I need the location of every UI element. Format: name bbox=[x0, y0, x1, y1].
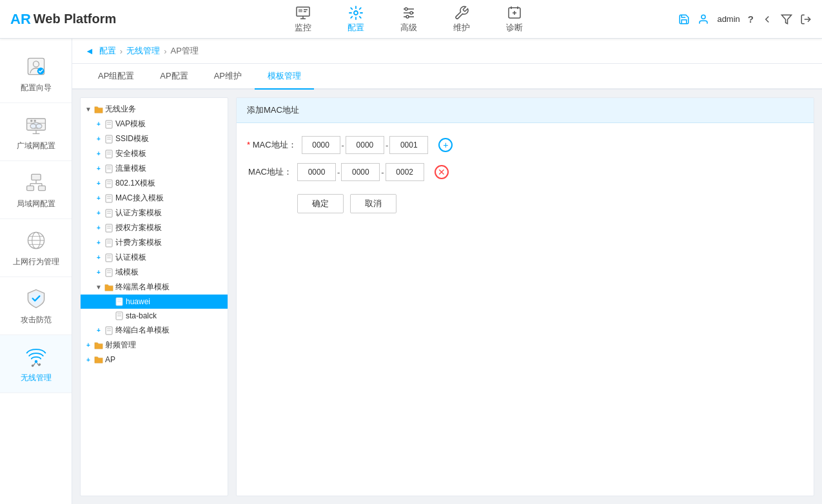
svg-rect-27 bbox=[31, 174, 40, 180]
file-icon-authn bbox=[104, 253, 114, 263]
tree-toggle-radio[interactable]: + bbox=[83, 340, 93, 351]
folder-icon-ap bbox=[93, 354, 104, 365]
tab-ap-maintain[interactable]: AP维护 bbox=[201, 64, 255, 90]
mac2-field1[interactable] bbox=[297, 163, 336, 181]
breadcrumb: ◄ 配置 › 无线管理 › AP管理 bbox=[72, 39, 822, 64]
tab-ap-group-config[interactable]: AP组配置 bbox=[85, 64, 147, 90]
tree-label-huawei: huawei bbox=[126, 297, 150, 306]
tree-toggle-security[interactable]: + bbox=[93, 149, 104, 159]
tree-toggle-billing[interactable]: + bbox=[93, 238, 104, 248]
tab-ap-config[interactable]: AP配置 bbox=[147, 64, 201, 90]
file-icon-auth-policy bbox=[104, 223, 114, 233]
nav-tab-monitor[interactable]: 监控 bbox=[289, 3, 317, 36]
tree-node-auth-scheme-template[interactable]: + 认证方案模板 bbox=[81, 206, 228, 220]
svg-point-25 bbox=[30, 124, 36, 128]
tree-toggle-sta-balck bbox=[104, 311, 114, 321]
tree-node-ap[interactable]: + AP bbox=[81, 353, 228, 367]
nav-tab-diagnose[interactable]: 诊断 bbox=[501, 3, 528, 36]
file-icon-auth-scheme bbox=[104, 208, 114, 218]
save-icon[interactable] bbox=[678, 14, 690, 25]
tree-node-traffic-template[interactable]: + 流量模板 bbox=[81, 161, 228, 176]
mac1-input-group: - - bbox=[302, 136, 429, 154]
tree-toggle-terminal-blacklist[interactable]: ▼ bbox=[93, 282, 104, 293]
tab-template-mgmt[interactable]: 模板管理 bbox=[255, 64, 314, 90]
sidebar-item-wireless-mgmt[interactable]: 无线管理 bbox=[0, 335, 72, 393]
breadcrumb-config[interactable]: 配置 bbox=[99, 45, 116, 57]
mac-row-2: MAC地址： - - ✕ bbox=[247, 163, 803, 181]
tree-label-vap: VAP模板 bbox=[115, 119, 146, 130]
tree-node-wireless-service[interactable]: ▼ 无线业务 bbox=[81, 102, 228, 117]
logo-title: Web Platform bbox=[34, 12, 117, 26]
nav-tab-config[interactable]: 配置 bbox=[342, 3, 369, 36]
tree-node-ssid-template[interactable]: + SSID模板 bbox=[81, 131, 228, 146]
nav-tab-config-label: 配置 bbox=[347, 22, 364, 34]
filter-icon[interactable] bbox=[781, 14, 792, 25]
tree-node-terminal-blacklist-template[interactable]: ▼ 终端黑名单模板 bbox=[81, 280, 228, 295]
content-area: ◄ 配置 › 无线管理 › AP管理 AP组配置 AP配置 AP维护 模板管理 … bbox=[72, 39, 822, 504]
mac-row-1: MAC地址： - - + bbox=[247, 136, 803, 154]
mac2-field2[interactable] bbox=[341, 163, 380, 181]
tree-node-auth-policy-template[interactable]: + 授权方案模板 bbox=[81, 220, 228, 235]
tree-toggle-mac-access[interactable]: + bbox=[93, 193, 104, 204]
cancel-button[interactable]: 取消 bbox=[350, 194, 396, 213]
sidebar-item-wireless-mgmt-label: 无线管理 bbox=[21, 373, 52, 383]
tree-label-ssid: SSID模板 bbox=[115, 133, 149, 144]
tree-toggle-auth-policy[interactable]: + bbox=[93, 223, 104, 233]
folder-icon-radio bbox=[93, 340, 104, 351]
tree-label-wireless-service: 无线业务 bbox=[105, 104, 136, 115]
delete-mac-button[interactable]: ✕ bbox=[435, 165, 449, 179]
tree-toggle-wireless-service[interactable]: ▼ bbox=[83, 104, 93, 115]
sidebar-item-internet-behavior[interactable]: 上网行为管理 bbox=[0, 219, 72, 277]
tree-node-billing-template[interactable]: + 计费方案模板 bbox=[81, 235, 228, 250]
tree-node-mac-access-template[interactable]: + MAC接入模板 bbox=[81, 191, 228, 206]
nav-tab-monitor-label: 监控 bbox=[295, 22, 311, 34]
nav-tab-advanced[interactable]: 高级 bbox=[395, 3, 422, 36]
back-icon[interactable] bbox=[761, 14, 773, 25]
tree-node-radio-mgmt[interactable]: + 射频管理 bbox=[81, 338, 228, 353]
sidebar-item-config-guide[interactable]: 配置向导 bbox=[0, 45, 72, 103]
tree-toggle-ap[interactable]: + bbox=[83, 354, 93, 365]
wireless-mgmt-icon bbox=[24, 344, 48, 369]
user-icon[interactable] bbox=[698, 14, 709, 25]
sidebar-item-lan-config[interactable]: 局域网配置 bbox=[0, 161, 72, 219]
tree-toggle-huawei bbox=[104, 296, 114, 307]
sidebar-item-wan-config[interactable]: 广域网配置 bbox=[0, 103, 72, 161]
sidebar-item-attack-defense[interactable]: 攻击防范 bbox=[0, 277, 72, 335]
nav-tab-maintain[interactable]: 维护 bbox=[448, 3, 475, 36]
tree-toggle-authn[interactable]: + bbox=[93, 253, 104, 263]
tree-label-radio-mgmt: 射频管理 bbox=[105, 340, 136, 351]
tree-toggle-traffic[interactable]: + bbox=[93, 164, 104, 174]
mac1-field1[interactable] bbox=[302, 136, 340, 154]
tree-node-terminal-whitelist-template[interactable]: + 终端白名单模板 bbox=[81, 323, 228, 338]
folder-icon bbox=[93, 104, 104, 115]
tree-toggle-vap[interactable]: + bbox=[93, 119, 104, 130]
tree-label-sta-balck: sta-balck bbox=[126, 311, 157, 320]
tree-toggle-domain[interactable]: + bbox=[93, 267, 104, 278]
svg-point-9 bbox=[410, 12, 413, 14]
tree-node-domain-template[interactable]: + 域模板 bbox=[81, 265, 228, 280]
file-icon-mac-access bbox=[104, 193, 114, 204]
tree-label-security: 安全模板 bbox=[115, 148, 146, 159]
add-mac-button[interactable]: + bbox=[438, 138, 453, 152]
file-icon-sta-balck bbox=[114, 311, 124, 321]
mac1-field2[interactable] bbox=[346, 136, 384, 154]
tree-node-authn-template[interactable]: + 认证模板 bbox=[81, 250, 228, 265]
tree-toggle-terminal-whitelist[interactable]: + bbox=[93, 325, 104, 336]
tree-node-huawei[interactable]: huawei bbox=[81, 295, 228, 309]
tree-toggle-auth-scheme[interactable]: + bbox=[93, 208, 104, 218]
mac2-field3[interactable] bbox=[386, 163, 424, 181]
top-nav: AR Web Platform 监控 配置 bbox=[0, 0, 822, 39]
logout-icon[interactable] bbox=[800, 14, 812, 25]
tree-node-sta-balck[interactable]: sta-balck bbox=[81, 309, 228, 323]
confirm-button[interactable]: 确定 bbox=[297, 194, 344, 213]
tree-toggle-ssid[interactable]: + bbox=[93, 134, 104, 144]
mac1-field3[interactable] bbox=[389, 136, 428, 154]
advanced-icon bbox=[401, 5, 416, 21]
help-icon[interactable]: ? bbox=[748, 14, 754, 24]
tree-node-vap-template[interactable]: + VAP模板 bbox=[81, 117, 228, 131]
tree-node-security-template[interactable]: + 安全模板 bbox=[81, 146, 228, 161]
tree-label-ap: AP bbox=[105, 355, 115, 364]
tree-toggle-8021x[interactable]: + bbox=[93, 179, 104, 189]
breadcrumb-wireless[interactable]: 无线管理 bbox=[126, 45, 160, 57]
tree-node-8021x-template[interactable]: + 802.1X模板 bbox=[81, 176, 228, 191]
